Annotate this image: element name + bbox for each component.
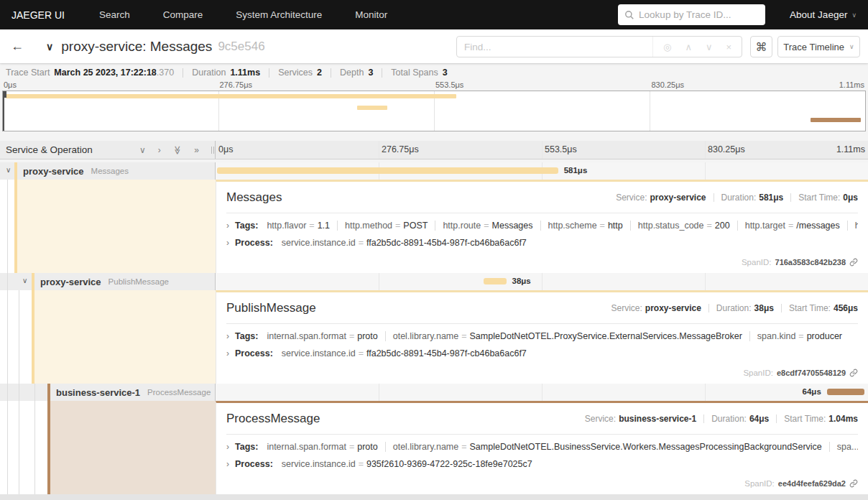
find-clear-icon[interactable]: × [726, 42, 731, 52]
expand-caret-icon: › [226, 238, 229, 248]
chevron-down-icon[interactable]: ∨ [22, 277, 27, 284]
span-duration-label: 64μs [803, 387, 821, 396]
horizontal-scrollbar[interactable] [0, 494, 868, 500]
span-name-cell[interactable]: ∨ proxy-service PublishMessage [0, 273, 216, 290]
nav-item-compare[interactable]: Compare [163, 9, 203, 20]
trace-view-label: Trace Timeline [783, 42, 844, 52]
service-color-accent [47, 384, 50, 401]
span-duration-bar[interactable] [827, 389, 865, 395]
column-resizer[interactable] [211, 147, 214, 154]
span-name-cell[interactable]: ∨ proxy-service Messages [0, 162, 216, 180]
link-icon[interactable] [849, 479, 858, 488]
tags-row[interactable]: › Tags: internal.span.format=proto otel.… [226, 331, 858, 341]
trace-header-bar: ← ∨ proxy-service: Messages 9c5e546 ◎ ∧ … [0, 29, 868, 63]
minimap-span-bar [811, 118, 861, 122]
find-prev-icon[interactable]: ∧ [685, 42, 692, 52]
duration-value: 38μs [754, 303, 774, 313]
service-color-accent [32, 273, 34, 290]
expand-caret-icon: › [226, 442, 229, 452]
tag-item: http.route=Messages [443, 221, 540, 231]
keyboard-shortcuts-button[interactable]: ⌘ [750, 36, 772, 57]
nav-item-monitor[interactable]: Monitor [355, 9, 387, 20]
expand-one-icon[interactable]: › [158, 145, 161, 155]
service-label: Service: [616, 193, 647, 203]
start-time-label: Start Time: [784, 414, 826, 424]
trace-view-selector[interactable]: Trace Timeline ∨ [777, 36, 860, 57]
service-value: proxy-service [645, 303, 701, 313]
tag-item: http.flavor=1.1 [267, 221, 338, 231]
process-label: Process: [235, 459, 273, 469]
timeline-tick: 0μs [218, 144, 233, 154]
minimap-tick: 1.11ms [839, 80, 864, 89]
span-duration-label: 581μs [564, 166, 588, 175]
find-focus-icon[interactable]: ◎ [663, 42, 671, 52]
tags-label: Tags: [235, 442, 258, 452]
timeline-minimap[interactable] [2, 91, 866, 131]
detail-indent-fill [50, 401, 216, 494]
span-id-value: ee4d4feefa629da2 [778, 479, 846, 488]
tag-item: http.target=/messages [745, 221, 848, 231]
span-track[interactable]: 38μs [216, 273, 868, 290]
span-detail-indent [0, 180, 216, 273]
span-duration-label: 38μs [512, 277, 531, 285]
nav-item-system-architecture[interactable]: System Architecture [236, 9, 322, 20]
minimap-tick: 830.25μs [652, 80, 684, 89]
process-row[interactable]: › Process: service.instance.id=ffa2b5dc-… [226, 348, 858, 358]
span-track[interactable]: 581μs [216, 162, 868, 180]
span-row-publishmessage: ∨ proxy-service PublishMessage 38μs [0, 273, 868, 290]
span-track[interactable]: 64μs [216, 384, 868, 401]
service-name: business-service-1 [56, 387, 140, 398]
start-time-label: Start Time: [798, 193, 840, 203]
collapse-one-icon[interactable]: ∨ [139, 145, 146, 155]
detail-indent-fill [17, 180, 216, 273]
operation-name: PublishMessage [108, 277, 169, 286]
brand-logo[interactable]: JAEGER UI [11, 9, 65, 21]
trace-collapse-chevron-icon[interactable]: ∨ [46, 41, 53, 52]
tags-row[interactable]: › Tags: http.flavor=1.1 http.method=POST… [226, 221, 858, 231]
expand-caret-icon: › [226, 221, 229, 231]
indent-guide [34, 401, 35, 494]
track-gridline [379, 273, 379, 290]
expand-caret-icon: › [226, 348, 229, 358]
indent-guide [19, 384, 19, 401]
process-row[interactable]: › Process: service.instance.id=ffa2b5dc-… [226, 238, 858, 248]
span-id-label: SpanID: [743, 369, 773, 377]
duration-value: 581μs [759, 193, 783, 203]
expand-caret-icon: › [226, 459, 229, 469]
timeline-ticks-header: 0μs 276.75μs 553.5μs 830.25μs 1.11ms [216, 141, 868, 159]
chevron-down-icon: ∨ [851, 11, 857, 19]
chevron-down-icon: ∨ [849, 43, 854, 50]
tags-row[interactable]: › Tags: internal.span.format=proto otel.… [226, 442, 858, 452]
span-detail-indent [0, 401, 216, 494]
span-duration-bar[interactable] [217, 167, 558, 174]
minimap-span-bar [6, 94, 457, 98]
minimap-gridline [650, 91, 650, 131]
tag-item: internal.span.format=proto [267, 442, 385, 452]
minimap-scrubber-handle[interactable] [3, 91, 4, 131]
trace-lookup-input[interactable] [618, 4, 765, 25]
track-gridline [542, 384, 542, 401]
tag-item: spa... [837, 442, 858, 452]
span-duration-bar[interactable] [484, 278, 506, 284]
start-time-value: 456μs [834, 303, 858, 313]
collapse-all-icon[interactable]: ≫ [172, 145, 183, 154]
process-row[interactable]: › Process: service.instance.id=935f2610-… [226, 459, 858, 469]
duration-value: 64μs [749, 414, 769, 424]
service-name: proxy-service [23, 166, 84, 177]
about-jaeger-menu[interactable]: About Jaeger ∨ [790, 9, 857, 20]
start-time-value: 1.04ms [828, 414, 858, 424]
link-icon[interactable] [849, 258, 858, 267]
about-jaeger-label: About Jaeger [790, 9, 847, 20]
nav-item-search[interactable]: Search [99, 9, 130, 20]
link-icon[interactable] [849, 369, 858, 377]
chevron-down-icon[interactable]: ∨ [6, 166, 11, 174]
span-rows: ∨ proxy-service Messages 581μs [0, 159, 868, 494]
span-name-cell[interactable]: business-service-1 ProcessMessage [0, 384, 216, 401]
tag-item: internal.span.format=proto [267, 331, 385, 341]
find-next-icon[interactable]: ∨ [706, 42, 713, 52]
span-detail-panel: Messages Service:proxy-service Duration:… [216, 180, 868, 273]
back-button[interactable]: ← [0, 39, 34, 54]
expand-all-icon[interactable]: » [194, 145, 199, 155]
find-input[interactable] [457, 42, 652, 52]
command-icon: ⌘ [756, 40, 767, 54]
